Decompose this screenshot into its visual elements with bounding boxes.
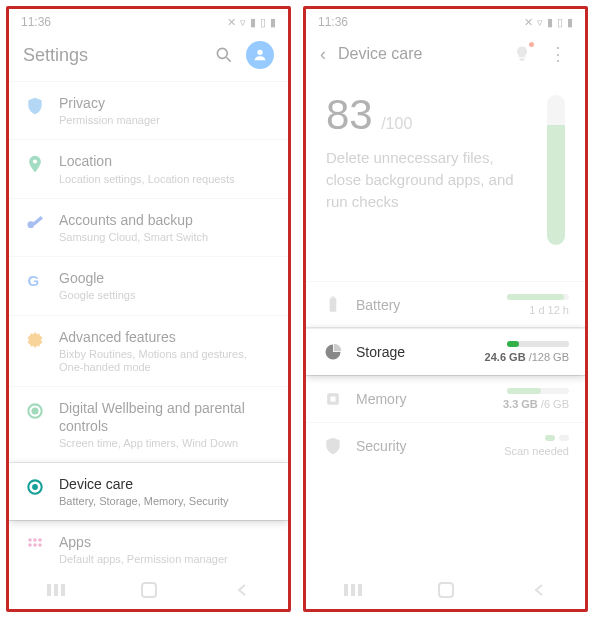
nav-recent[interactable] [36,583,76,597]
svg-rect-32 [331,397,336,402]
battery-icon [322,294,344,316]
svg-rect-33 [344,584,348,596]
page-title: Device care [338,45,499,63]
security-icon [322,435,344,457]
settings-screen: 11:36 ✕ ▿ ▮ ▯ ▮ Settings Privacy Permiss… [6,6,291,612]
more-icon[interactable]: ⋮ [545,43,571,65]
settings-item-google[interactable]: G Google Google settings [9,256,288,314]
score-area: 83 /100 Delete unnecessary files, close … [306,73,585,253]
metric-security[interactable]: Security Scan needed [306,422,585,469]
item-title: Advanced features [59,328,274,346]
metric-value: 24.6 GB /128 GB [485,351,569,363]
item-title: Digital Wellbeing and parental controls [59,399,274,435]
svg-rect-5 [33,216,43,226]
apps-icon [23,533,47,557]
settings-item-accounts-and-backup[interactable]: Accounts and backup Samsung Cloud, Smart… [9,198,288,256]
wellbeing-icon [23,399,47,423]
network-icon: ▯ [557,16,563,29]
clock: 11:36 [21,15,51,29]
metric-value: Scan needed [504,445,569,457]
wifi-icon: ▿ [537,16,543,29]
shield-icon [23,94,47,118]
svg-point-3 [33,160,37,164]
svg-point-13 [33,538,37,542]
svg-rect-27 [142,583,156,597]
status-bar: 11:36 ✕ ▿ ▮ ▯ ▮ [9,9,288,33]
back-icon[interactable]: ‹ [320,44,326,65]
svg-point-9 [33,409,38,414]
item-title: Privacy [59,94,274,112]
device-care-screen: 11:36 ✕ ▿ ▮ ▯ ▮ ‹ Device care ⋮ 83 /100 … [303,6,588,612]
item-subtitle: Samsung Cloud, Smart Switch [59,231,274,244]
wifi-icon: ▿ [240,16,246,29]
nav-back[interactable] [222,583,262,597]
item-subtitle: Permission manager [59,114,274,127]
item-title: Device care [59,475,274,493]
google-icon: G [23,269,47,293]
svg-point-16 [33,543,37,547]
metric-value: 1 d 12 h [507,304,569,316]
item-subtitle: Battery, Storage, Memory, Security [59,495,274,508]
svg-point-0 [217,48,227,58]
svg-point-12 [28,538,32,542]
score-value: 83 [326,91,373,139]
clock: 11:36 [318,15,348,29]
settings-item-location[interactable]: Location Location settings, Location req… [9,139,288,197]
nav-recent[interactable] [333,583,373,597]
battery-icon: ▮ [270,16,276,29]
item-title: Google [59,269,274,287]
settings-item-advanced-features[interactable]: Advanced features Bixby Routines, Motion… [9,315,288,387]
metric-value: 3.3 GB /6 GB [503,398,569,410]
status-bar: 11:36 ✕ ▿ ▮ ▯ ▮ [306,9,585,33]
metric-storage[interactable]: Storage 24.6 GB /128 GB [306,328,585,375]
metric-label: Battery [356,297,495,313]
metric-label: Memory [356,391,491,407]
nav-home[interactable] [129,581,169,599]
svg-rect-29 [330,298,337,311]
signal-icon: ▮ [250,16,256,29]
metric-memory[interactable]: Memory 3.3 GB /6 GB [306,375,585,422]
settings-item-privacy[interactable]: Privacy Permission manager [9,81,288,139]
svg-rect-36 [439,583,453,597]
vibrate-icon: ✕ [227,16,236,29]
svg-point-15 [28,543,32,547]
nav-bar [9,569,288,609]
svg-rect-34 [351,584,355,596]
device-care-header: ‹ Device care ⋮ [306,33,585,73]
item-subtitle: Default apps, Permission manager [59,553,274,566]
vibrate-icon: ✕ [524,16,533,29]
item-title: Apps [59,533,274,551]
nav-bar [306,569,585,609]
svg-point-17 [38,543,42,547]
metric-bar [507,341,569,347]
storage-icon [322,341,344,363]
nav-home[interactable] [426,581,466,599]
svg-point-2 [257,50,262,55]
profile-avatar[interactable] [246,41,274,69]
metric-label: Security [356,438,492,454]
item-subtitle: Bixby Routines, Motions and gestures, On… [59,348,274,374]
nav-back[interactable] [519,583,559,597]
search-icon[interactable] [212,43,236,67]
metric-bar [507,388,569,394]
page-title: Settings [23,45,202,66]
svg-line-1 [227,58,231,62]
key-icon [23,211,47,235]
network-icon: ▯ [260,16,266,29]
svg-point-11 [32,484,38,490]
metric-battery[interactable]: Battery 1 d 12 h [306,281,585,328]
settings-list: Privacy Permission manager Location Loca… [9,81,288,569]
svg-point-4 [28,221,35,228]
score-max: /100 [381,115,412,132]
tips-icon[interactable] [511,43,533,65]
settings-item-digital-wellbeing-and-parental-controls[interactable]: Digital Wellbeing and parental controls … [9,386,288,463]
metrics-list: Battery 1 d 12 h Storage 24.6 GB /128 GB… [306,281,585,469]
svg-rect-26 [61,584,65,596]
metric-label: Storage [356,344,473,360]
settings-item-device-care[interactable]: Device care Battery, Storage, Memory, Se… [9,463,288,520]
svg-rect-28 [520,58,525,60]
settings-item-apps[interactable]: Apps Default apps, Permission manager [9,520,288,569]
settings-header: Settings [9,33,288,81]
devicecare-icon [23,475,47,499]
svg-rect-30 [331,297,334,299]
